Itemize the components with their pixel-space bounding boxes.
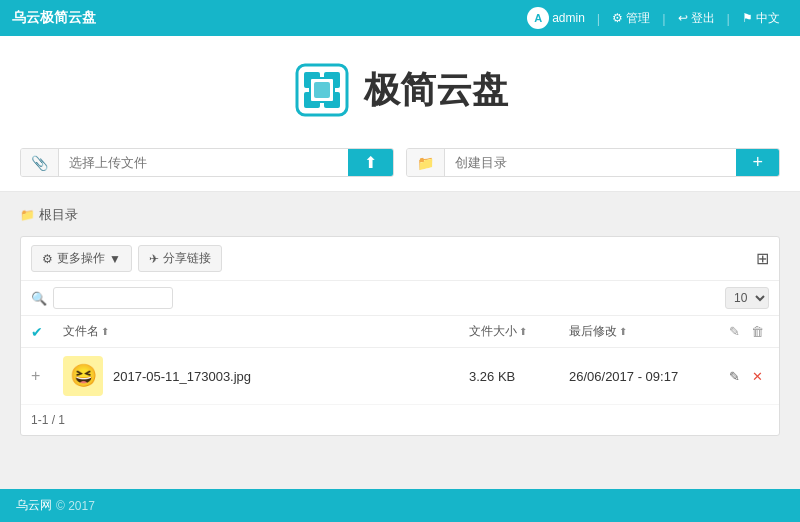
upload-bar: 📎 ⬆ 📁 + <box>0 138 800 192</box>
toolbar-right: ⊞ <box>756 249 769 268</box>
avatar: A <box>527 7 549 29</box>
logo-icon <box>292 60 352 120</box>
flag-icon: ⚑ <box>742 11 753 25</box>
th-name[interactable]: 文件名 ⬆ <box>53 316 459 348</box>
toolbar-left: ⚙ 更多操作 ▼ ✈ 分享链接 <box>31 245 222 272</box>
search-row: 🔍 10 25 50 <box>21 281 779 316</box>
search-icon: 🔍 <box>31 291 47 306</box>
header: 乌云极简云盘 A admin | ⚙ 管理 | ↩ 登出 | ⚑ 中文 <box>0 0 800 36</box>
footer-copyright: © 2017 <box>56 499 95 513</box>
username-label: admin <box>552 11 585 25</box>
th-actions: ✎ 🗑 <box>719 316 779 348</box>
logo-section: 极简云盘 <box>0 36 800 138</box>
th-check: ✔ <box>21 316 53 348</box>
table-row: + 😆 2017-05-11_173003.jpg 3.26 KB 26/06/… <box>21 348 779 405</box>
footer: 乌云网 © 2017 <box>0 489 800 522</box>
grid-view-icon[interactable]: ⊞ <box>756 249 769 268</box>
row-name: 😆 2017-05-11_173003.jpg <box>53 348 459 405</box>
manage-icon: ⚙ <box>612 11 623 25</box>
gear-icon: ⚙ <box>42 252 53 266</box>
share-icon: ✈ <box>149 252 159 266</box>
row-edit-button[interactable]: ✎ <box>729 369 740 384</box>
check-all-icon[interactable]: ✔ <box>31 324 43 340</box>
name-sort-icon: ⬆ <box>101 326 109 337</box>
share-link-button[interactable]: ✈ 分享链接 <box>138 245 222 272</box>
logout-link[interactable]: ↩ 登出 <box>670 8 723 29</box>
row-delete-button[interactable]: ✕ <box>752 369 763 384</box>
header-nav: A admin | ⚙ 管理 | ↩ 登出 | ⚑ 中文 <box>519 5 788 31</box>
per-page-control: 10 25 50 <box>725 287 769 309</box>
search-left: 🔍 <box>31 287 173 309</box>
dropdown-arrow-icon: ▼ <box>109 252 121 266</box>
app-title: 乌云极简云盘 <box>12 9 96 27</box>
upload-file-input[interactable] <box>59 149 348 176</box>
th-modified[interactable]: 最后修改 ⬆ <box>559 316 719 348</box>
user-menu[interactable]: A admin <box>519 5 593 31</box>
file-panel: ⚙ 更多操作 ▼ ✈ 分享链接 ⊞ 🔍 10 <box>20 236 780 436</box>
logo-text: 极简云盘 <box>364 66 508 115</box>
manage-link[interactable]: ⚙ 管理 <box>604 8 658 29</box>
delete-icon-header: 🗑 <box>751 324 764 339</box>
table-body: + 😆 2017-05-11_173003.jpg 3.26 KB 26/06/… <box>21 348 779 405</box>
svg-rect-6 <box>314 82 330 98</box>
row-modified: 26/06/2017 - 09:17 <box>559 348 719 405</box>
file-name-label[interactable]: 2017-05-11_173003.jpg <box>113 369 251 384</box>
row-size: 3.26 KB <box>459 348 559 405</box>
breadcrumb-folder-icon: 📁 <box>20 208 35 222</box>
edit-icon-header: ✎ <box>729 324 740 339</box>
size-sort-icon: ⬆ <box>519 326 527 337</box>
folder-icon[interactable]: 📁 <box>407 149 445 176</box>
language-selector[interactable]: ⚑ 中文 <box>734 8 788 29</box>
table-header: ✔ 文件名 ⬆ 文件大小 ⬆ <box>21 316 779 348</box>
toolbar: ⚙ 更多操作 ▼ ✈ 分享链接 ⊞ <box>21 237 779 281</box>
th-size[interactable]: 文件大小 ⬆ <box>459 316 559 348</box>
per-page-select[interactable]: 10 25 50 <box>725 287 769 309</box>
pagination-text: 1-1 / 1 <box>31 413 65 427</box>
upload-clip-icon[interactable]: 📎 <box>21 149 59 176</box>
create-folder-button[interactable]: + <box>736 149 779 176</box>
breadcrumb: 📁 根目录 <box>20 202 780 228</box>
main-content: 📁 根目录 ⚙ 更多操作 ▼ ✈ 分享链接 ⊞ <box>0 192 800 489</box>
pagination: 1-1 / 1 <box>21 405 779 435</box>
file-table: ✔ 文件名 ⬆ 文件大小 ⬆ <box>21 316 779 405</box>
upload-submit-button[interactable]: ⬆ <box>348 149 393 176</box>
row-add-btn[interactable]: + <box>21 348 53 405</box>
modified-sort-icon: ⬆ <box>619 326 627 337</box>
more-actions-button[interactable]: ⚙ 更多操作 ▼ <box>31 245 132 272</box>
upload-file-group: 📎 ⬆ <box>20 148 394 177</box>
file-thumbnail: 😆 <box>63 356 103 396</box>
create-folder-input[interactable] <box>445 149 736 176</box>
logout-icon: ↩ <box>678 11 688 25</box>
footer-link[interactable]: 乌云网 <box>16 497 52 514</box>
create-folder-group: 📁 + <box>406 148 780 177</box>
breadcrumb-label: 根目录 <box>39 206 78 224</box>
row-actions: ✎ ✕ <box>719 348 779 405</box>
search-input[interactable] <box>53 287 173 309</box>
